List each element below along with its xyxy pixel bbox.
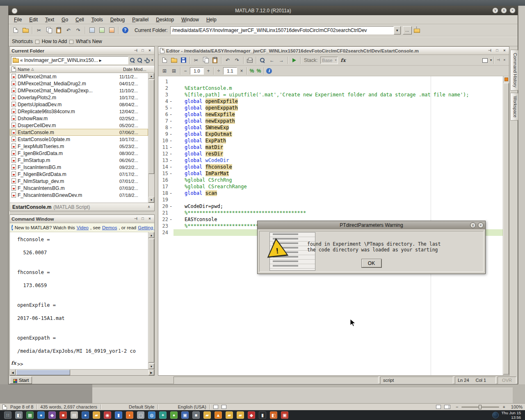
simulink-button[interactable] — [87, 26, 96, 35]
taskbar-app-icon[interactable]: ▦ — [26, 411, 34, 419]
scroll-up-icon[interactable]: ▲ — [148, 232, 154, 238]
search-button[interactable] — [129, 57, 136, 64]
search-in-files-button[interactable] — [137, 57, 143, 64]
scroll-down-icon[interactable]: ▼ — [148, 197, 154, 203]
tab-command-history[interactable]: Command History — [510, 50, 518, 91]
dialog-minimize-button[interactable]: ∨ — [470, 222, 476, 228]
zoom-out-button[interactable]: − — [456, 404, 458, 409]
stack-dropdown[interactable]: Base ▾ — [320, 57, 338, 64]
print-button[interactable] — [245, 56, 254, 65]
taskbar-app-icon[interactable]: ▰ — [226, 411, 233, 419]
start-button[interactable]: Start — [10, 377, 32, 384]
editor-scrollbar[interactable] — [503, 76, 509, 375]
taskbar-app-icon[interactable]: ✦ — [159, 411, 167, 419]
dialog-titlebar[interactable]: PTdirectParameters Warning ∨ × — [258, 221, 485, 229]
taskbar-app-icon[interactable]: ▰ — [203, 411, 211, 419]
zoom-slider[interactable] — [461, 406, 499, 408]
ok-button[interactable]: OK — [362, 259, 381, 267]
matlab-titlebar[interactable]: ◦ MATLAB 7.12.0 (R2011a) ∨ ∧ × — [9, 6, 518, 15]
current-folder-input[interactable] — [170, 26, 394, 34]
file-row[interactable]: EstartConsole.m07/06/2... — [10, 129, 148, 136]
editor-close-button[interactable]: × — [502, 57, 507, 63]
command-output-text[interactable]: fhconsole = 526.0007 fhconsole = 173.065… — [10, 232, 148, 369]
file-row[interactable]: DpertsUploadDev.m08/04/2... — [10, 101, 148, 108]
dialog-close-button[interactable]: × — [478, 222, 484, 228]
file-row[interactable]: F_ImStartup.m06/26/2... — [10, 157, 148, 164]
panel-max-button[interactable]: □ — [494, 48, 500, 54]
overwrite-mode-icon[interactable] — [221, 405, 226, 409]
code-line[interactable]: 7-global newExppath — [158, 118, 503, 124]
code-line[interactable]: 20-wCodeDir=pwd; — [158, 203, 503, 210]
code-line[interactable]: 10-global ExpPath — [158, 137, 503, 144]
decrease-value-button[interactable]: − — [182, 68, 189, 74]
menu-text[interactable]: Text — [41, 16, 58, 23]
taskbar-app-icon[interactable]: ◧ — [270, 411, 277, 419]
cell-multiplier-field[interactable]: 1.1 — [223, 67, 237, 75]
taskbar-app-icon[interactable]: ■ — [192, 411, 200, 419]
code-line[interactable]: 21%*************************************… — [158, 210, 503, 216]
menu-tools[interactable]: Tools — [88, 16, 107, 23]
scroll-left-icon[interactable]: ◀ — [10, 370, 16, 375]
video-link[interactable]: Video — [77, 225, 89, 230]
taskbar-app-icon[interactable]: ▣ — [181, 411, 189, 419]
background-window-scrollbar[interactable] — [518, 6, 525, 403]
taskbar-app-icon[interactable]: ◆ — [48, 411, 56, 419]
taskbar-app-icon[interactable]: ▤ — [71, 411, 78, 419]
code-line[interactable]: 17%global CSrearchRange — [158, 183, 503, 190]
multiply-value-button[interactable]: × — [238, 68, 245, 74]
warning-marker[interactable] — [504, 78, 508, 81]
scroll-down-icon[interactable]: ▼ — [148, 363, 154, 369]
code-line[interactable]: 9-global ExpOutmat — [158, 131, 503, 137]
code-line[interactable]: 3%[file,path] = uiputfile('.mat','Create… — [158, 91, 503, 98]
taskbar-clock[interactable]: Thu Jun 15 13:56 — [492, 411, 521, 420]
command-window-hscrollbar[interactable]: ◀ ▶ — [10, 369, 154, 375]
zoom-level[interactable]: 100% — [511, 404, 523, 409]
editor-dock-button[interactable]: ⊣ — [495, 57, 501, 63]
divide-value-button[interactable]: ÷ — [215, 68, 222, 74]
file-row[interactable]: F_IscanIntensBG.m09/22/2... — [10, 164, 148, 171]
file-row[interactable]: F_NImStartup_dev.m07/01/2... — [10, 178, 148, 185]
file-row[interactable]: DoverlayPlots2.m10/17/2... — [10, 94, 148, 101]
file-row[interactable]: F_NIscanIntensBG.m07/03/2... — [10, 185, 148, 192]
menu-debug[interactable]: Debug — [107, 16, 128, 23]
function-hints-button[interactable]: fx — [338, 56, 347, 65]
selection-mode-icon[interactable] — [213, 405, 218, 409]
panel-dock-button[interactable]: ⊣ — [133, 216, 139, 222]
function-hints-fx-button[interactable]: fx — [11, 360, 16, 366]
find-button[interactable] — [258, 56, 267, 65]
browse-folder-button[interactable]: ... — [403, 26, 412, 34]
taskbar-app-icon[interactable]: ◍ — [148, 411, 155, 419]
split-screen-button[interactable] — [481, 56, 490, 65]
taskbar-app-icon[interactable]: ◉ — [104, 411, 111, 419]
getting-started-link[interactable]: Getting Started — [138, 225, 154, 230]
menu-edit[interactable]: Edit — [25, 16, 41, 23]
command-window-scrollbar[interactable]: ▲ ▼ — [148, 232, 154, 369]
scroll-up-icon[interactable]: ▲ — [148, 73, 154, 79]
panel-close-button[interactable]: × — [147, 216, 153, 222]
taskbar-app-icon[interactable]: ▰ — [93, 411, 100, 419]
help-button[interactable]: ? — [121, 26, 130, 35]
close-button[interactable]: × — [509, 7, 516, 14]
shortcut-whats-new[interactable]: What's New — [76, 39, 102, 44]
code-line[interactable]: 16%global CSrchRng — [158, 177, 503, 183]
scrollbar-thumb[interactable] — [503, 83, 509, 374]
increase-value-button[interactable]: + — [205, 68, 212, 74]
maximize-button[interactable]: ∧ — [501, 7, 507, 14]
panel-max-button[interactable]: □ — [140, 216, 146, 222]
document-language[interactable]: English (USA) — [178, 404, 206, 409]
undo-button[interactable]: ↶ — [64, 26, 73, 35]
percent-block-button[interactable]: % — [256, 68, 262, 74]
minimize-button[interactable]: ∨ — [492, 7, 498, 14]
scrollbar-thumb[interactable] — [148, 239, 154, 363]
column-name[interactable]: Name — [18, 67, 30, 72]
menu-window[interactable]: Window — [178, 16, 203, 23]
file-row[interactable]: DsuperCellDev.m05/20/2... — [10, 122, 148, 129]
taskbar-app-icon[interactable]: ▮ — [259, 411, 266, 419]
zoom-in-button[interactable]: + — [502, 404, 505, 409]
percent-button[interactable]: % — [249, 68, 255, 74]
menu-desktop[interactable]: Desktop — [152, 16, 178, 23]
multi-page-view-icon[interactable] — [444, 405, 449, 409]
code-line[interactable]: 2%EstartConsole.m — [158, 85, 503, 91]
panel-close-button[interactable]: × — [502, 48, 507, 54]
menu-cell[interactable]: Cell — [72, 16, 88, 23]
